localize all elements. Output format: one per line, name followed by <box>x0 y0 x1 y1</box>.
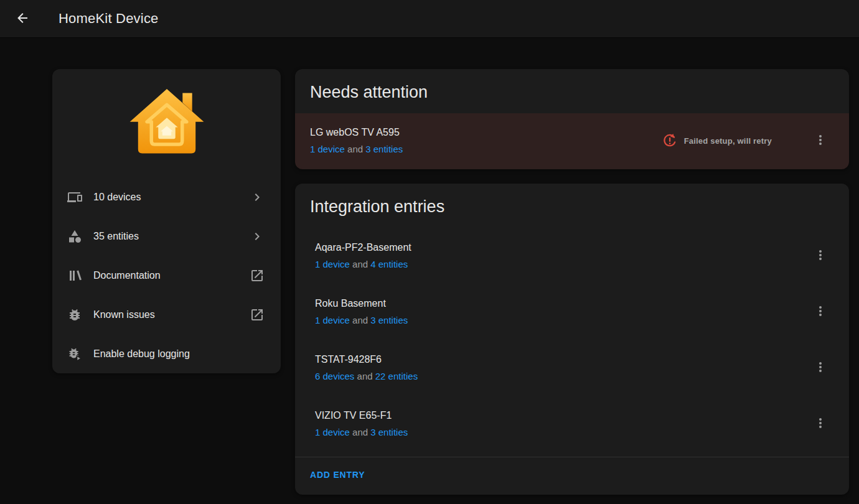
integration-logo-area <box>52 69 281 177</box>
needs-attention-title: Needs attention <box>295 69 849 113</box>
bug-icon <box>67 307 82 322</box>
entities-link[interactable]: 3 entities <box>370 427 408 437</box>
devices-row-label: 10 devices <box>93 192 250 203</box>
integration-entry-row[interactable]: Aqara-PF2-Basement 1 device and 4 entiti… <box>295 228 849 284</box>
needs-attention-card: Needs attention LG webOS TV A595 1 devic… <box>295 69 849 169</box>
integration-entry-row[interactable]: Roku Basement 1 device and 3 entities <box>295 284 849 340</box>
documentation-row[interactable]: Documentation <box>52 256 281 295</box>
devices-icon <box>67 190 82 205</box>
reload-alert-icon <box>662 133 678 149</box>
open-in-new-icon <box>250 307 265 322</box>
empty-trail <box>250 347 265 362</box>
enable-debug-logging-row[interactable]: Enable debug logging <box>52 334 281 373</box>
entry-links: 1 device and 4 entities <box>315 259 411 269</box>
devices-link[interactable]: 1 device <box>310 144 345 154</box>
conjunction-text: and <box>352 315 368 325</box>
documentation-row-label: Documentation <box>93 270 250 281</box>
entry-name: LG webOS TV A595 <box>310 127 403 138</box>
devices-row[interactable]: 10 devices <box>52 177 281 217</box>
attention-entry-row[interactable]: LG webOS TV A595 1 device and 3 entities <box>295 113 849 169</box>
entry-menu-button[interactable] <box>805 409 835 439</box>
shapes-icon <box>67 229 82 244</box>
entry-menu-button[interactable] <box>805 353 835 383</box>
integration-overview-card: 10 devices 35 entities Documentation <box>52 69 281 373</box>
entry-name: VIZIO TV E65-F1 <box>315 410 408 421</box>
entry-name: TSTAT-9428F6 <box>315 354 418 365</box>
entry-links: 1 device and 3 entities <box>315 427 408 437</box>
divider <box>295 457 849 457</box>
dots-vertical-icon <box>813 248 828 264</box>
bookshelf-icon <box>67 268 82 283</box>
homekit-house-icon <box>126 86 208 160</box>
entities-link[interactable]: 22 entities <box>375 371 418 381</box>
chevron-right-icon <box>250 229 265 244</box>
main-content: 10 devices 35 entities Documentation <box>0 37 859 495</box>
dots-vertical-icon <box>813 360 828 376</box>
entry-menu-button[interactable] <box>805 241 835 271</box>
devices-link[interactable]: 1 device <box>315 315 350 325</box>
entities-link[interactable]: 4 entities <box>370 259 408 269</box>
conjunction-text: and <box>347 144 363 154</box>
known-issues-row[interactable]: Known issues <box>52 295 281 334</box>
open-in-new-icon <box>250 268 265 283</box>
entry-name: Aqara-PF2-Basement <box>315 242 411 253</box>
entry-info: VIZIO TV E65-F1 1 device and 3 entities <box>315 410 408 437</box>
entry-menu-button[interactable] <box>805 297 835 327</box>
attention-entry-info: LG webOS TV A595 1 device and 3 entities <box>310 127 403 154</box>
integration-entry-row[interactable]: TSTAT-9428F6 6 devices and 22 entities <box>295 340 849 396</box>
entry-name: Roku Basement <box>315 298 408 309</box>
entry-menu-button[interactable] <box>805 126 835 156</box>
enable-debug-logging-label: Enable debug logging <box>93 348 250 360</box>
chevron-right-icon <box>250 190 265 205</box>
status-text: Failed setup, will retry <box>684 136 772 146</box>
entities-row-label: 35 entities <box>93 231 250 242</box>
entry-links: 1 device and 3 entities <box>310 144 403 154</box>
entry-info: TSTAT-9428F6 6 devices and 22 entities <box>315 354 418 381</box>
arrow-back-icon <box>15 11 30 27</box>
bug-play-icon <box>67 347 82 362</box>
conjunction-text: and <box>357 371 373 381</box>
conjunction-text: and <box>352 427 368 437</box>
back-button[interactable] <box>7 4 37 34</box>
entry-info: Roku Basement 1 device and 3 entities <box>315 298 408 325</box>
page-title: HomeKit Device <box>59 11 159 27</box>
entities-row[interactable]: 35 entities <box>52 217 281 256</box>
entry-links: 6 devices and 22 entities <box>315 371 418 381</box>
known-issues-row-label: Known issues <box>93 309 250 320</box>
devices-link[interactable]: 6 devices <box>315 371 354 381</box>
integration-entries-title: Integration entries <box>295 184 849 228</box>
entities-link[interactable]: 3 entities <box>365 144 403 154</box>
devices-link[interactable]: 1 device <box>315 427 350 437</box>
dots-vertical-icon <box>813 133 828 149</box>
app-header: HomeKit Device <box>0 0 859 37</box>
right-column: Needs attention LG webOS TV A595 1 devic… <box>295 69 849 495</box>
entry-info: Aqara-PF2-Basement 1 device and 4 entiti… <box>315 242 411 269</box>
entry-links: 1 device and 3 entities <box>315 315 408 325</box>
conjunction-text: and <box>352 259 368 269</box>
entities-link[interactable]: 3 entities <box>370 315 408 325</box>
attention-status: Failed setup, will retry <box>662 126 835 156</box>
integration-entry-row[interactable]: VIZIO TV E65-F1 1 device and 3 entities <box>295 396 849 452</box>
dots-vertical-icon <box>813 304 828 320</box>
dots-vertical-icon <box>813 416 828 432</box>
devices-link[interactable]: 1 device <box>315 259 350 269</box>
integration-entries-card: Integration entries Aqara-PF2-Basement 1… <box>295 184 849 495</box>
add-entry-button[interactable]: ADD ENTRY <box>303 464 372 486</box>
